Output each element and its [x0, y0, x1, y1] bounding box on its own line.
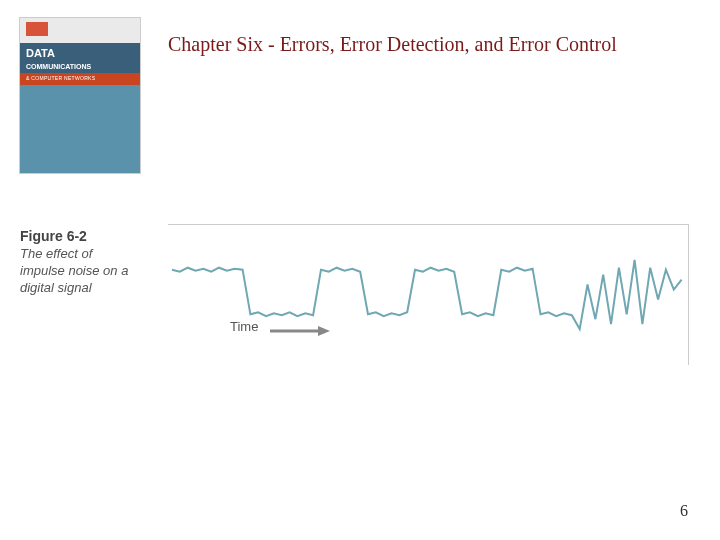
- svg-marker-1: [318, 326, 330, 336]
- figure-caption: Figure 6-2 The effect of impulse noise o…: [20, 228, 140, 297]
- book-cover-header: [20, 18, 140, 43]
- book-cover-corner-accent: [26, 22, 48, 36]
- book-title-line2: COMMUNICATIONS: [26, 63, 91, 70]
- figure-graphic: Time: [168, 224, 689, 365]
- figure-number: Figure 6-2: [20, 228, 140, 244]
- chapter-title: Chapter Six - Errors, Error Detection, a…: [168, 24, 628, 64]
- book-cover-thumbnail: DATA COMMUNICATIONS & COMPUTER NETWORKS: [20, 18, 140, 173]
- book-cover-subtitle-band: & COMPUTER NETWORKS: [20, 73, 140, 85]
- book-title-line1: DATA: [26, 47, 55, 59]
- figure-description: The effect of impulse noise on a digital…: [20, 246, 140, 297]
- page-number: 6: [680, 502, 688, 520]
- book-cover-body: [20, 85, 140, 173]
- book-cover-title-band: DATA COMMUNICATIONS: [20, 43, 140, 73]
- time-arrow-icon: [270, 325, 330, 337]
- book-subtitle: & COMPUTER NETWORKS: [26, 75, 95, 81]
- time-axis-label: Time: [230, 319, 258, 334]
